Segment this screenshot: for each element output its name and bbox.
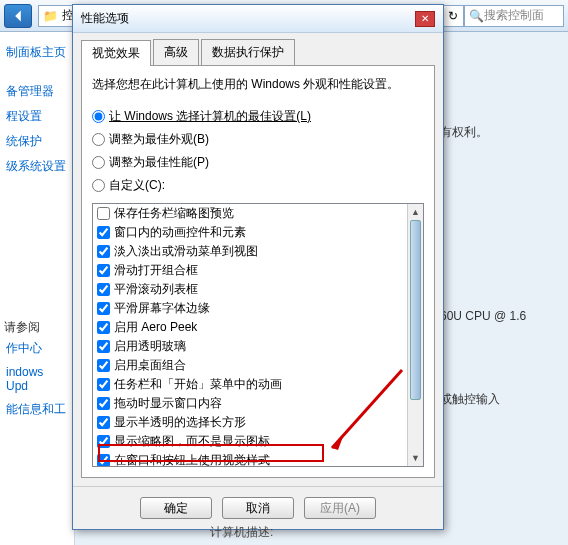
checkbox[interactable]: [97, 264, 110, 277]
checkbox[interactable]: [97, 435, 110, 448]
refresh-button[interactable]: ↻: [442, 5, 464, 27]
checklist-item[interactable]: 任务栏和「开始」菜单中的动画: [93, 375, 423, 394]
sidebar-related[interactable]: 能信息和工: [4, 397, 70, 422]
ok-button[interactable]: 确定: [140, 497, 212, 519]
tab-strip: 视觉效果 高级 数据执行保护: [73, 33, 443, 65]
checkbox[interactable]: [97, 359, 110, 372]
dialog-titlebar[interactable]: 性能选项 ✕: [73, 5, 443, 33]
checklist-item[interactable]: 淡入淡出或滑动菜单到视图: [93, 242, 423, 261]
checklist-label: 启用透明玻璃: [114, 338, 186, 355]
sidebar-item[interactable]: 程设置: [4, 104, 70, 129]
folder-icon: 📁: [43, 9, 58, 23]
checklist-label: 淡入淡出或滑动菜单到视图: [114, 243, 258, 260]
checklist-label: 保存任务栏缩略图预览: [114, 205, 234, 222]
cpu-text: 60U CPU @ 1.6: [440, 309, 526, 323]
checkbox[interactable]: [97, 226, 110, 239]
checklist-label: 显示半透明的选择长方形: [114, 414, 246, 431]
checklist-item[interactable]: 窗口内的动画控件和元素: [93, 223, 423, 242]
related-title: 请参阅: [4, 320, 40, 334]
checkbox[interactable]: [97, 378, 110, 391]
checklist-item[interactable]: 在窗口和按钮上使用视觉样式: [93, 451, 423, 467]
checklist-label: 在窗口和按钮上使用视觉样式: [114, 452, 270, 467]
tab-advanced[interactable]: 高级: [153, 39, 199, 65]
checklist-item[interactable]: 拖动时显示窗口内容: [93, 394, 423, 413]
sidebar-home[interactable]: 制面板主页: [4, 40, 70, 65]
close-button[interactable]: ✕: [415, 11, 435, 27]
radio-let-windows[interactable]: 让 Windows 选择计算机的最佳设置(L): [92, 105, 424, 128]
checklist-label: 启用桌面组合: [114, 357, 186, 374]
radio-best-performance[interactable]: 调整为最佳性能(P): [92, 151, 424, 174]
checkbox[interactable]: [97, 454, 110, 467]
scroll-thumb[interactable]: [410, 220, 421, 400]
sidebar-related[interactable]: 作中心: [4, 336, 70, 361]
description-text: 选择您想在此计算机上使用的 Windows 外观和性能设置。: [92, 76, 424, 93]
checklist-item[interactable]: 启用 Aero Peek: [93, 318, 423, 337]
sidebar-item[interactable]: 备管理器: [4, 79, 70, 104]
sidebar: 制面板主页 备管理器 程设置 统保护 级系统设置 请参阅 作中心 indows …: [0, 32, 75, 545]
checklist-label: 拖动时显示窗口内容: [114, 395, 222, 412]
checkbox[interactable]: [97, 283, 110, 296]
checklist-label: 启用 Aero Peek: [114, 319, 197, 336]
checkbox[interactable]: [97, 321, 110, 334]
radio-group: 让 Windows 选择计算机的最佳设置(L) 调整为最佳外观(B) 调整为最佳…: [92, 105, 424, 197]
system-description-label: 计算机描述:: [210, 524, 273, 541]
rights-text: 有权利。: [440, 124, 526, 141]
apply-button[interactable]: 应用(A): [304, 497, 376, 519]
dialog-buttons: 确定 取消 应用(A): [73, 486, 443, 529]
radio-custom[interactable]: 自定义(C):: [92, 174, 424, 197]
checklist-item[interactable]: 平滑滚动列表框: [93, 280, 423, 299]
sidebar-item[interactable]: 统保护: [4, 129, 70, 154]
performance-options-dialog: 性能选项 ✕ 视觉效果 高级 数据执行保护 选择您想在此计算机上使用的 Wind…: [72, 4, 444, 530]
dialog-title: 性能选项: [81, 10, 129, 27]
scroll-down-icon[interactable]: ▼: [408, 450, 423, 466]
checklist-item[interactable]: 平滑屏幕字体边缘: [93, 299, 423, 318]
checklist-label: 任务栏和「开始」菜单中的动画: [114, 376, 282, 393]
checkbox[interactable]: [97, 416, 110, 429]
radio-best-appearance[interactable]: 调整为最佳外观(B): [92, 128, 424, 151]
sidebar-item[interactable]: 级系统设置: [4, 154, 70, 179]
touch-text: 或触控输入: [440, 391, 526, 408]
tab-visual-effects[interactable]: 视觉效果: [81, 40, 151, 66]
checklist-item[interactable]: 显示缩略图，而不是显示图标: [93, 432, 423, 451]
checklist-item[interactable]: 启用桌面组合: [93, 356, 423, 375]
checklist-label: 滑动打开组合框: [114, 262, 198, 279]
checklist-item[interactable]: 启用透明玻璃: [93, 337, 423, 356]
checklist-item[interactable]: 滑动打开组合框: [93, 261, 423, 280]
sidebar-related[interactable]: indows Upd: [4, 361, 70, 397]
cancel-button[interactable]: 取消: [222, 497, 294, 519]
checklist-item[interactable]: 显示半透明的选择长方形: [93, 413, 423, 432]
checkbox[interactable]: [97, 302, 110, 315]
checklist-item[interactable]: 保存任务栏缩略图预览: [93, 204, 423, 223]
checkbox[interactable]: [97, 340, 110, 353]
effects-checklist[interactable]: 保存任务栏缩略图预览窗口内的动画控件和元素淡入淡出或滑动菜单到视图滑动打开组合框…: [92, 203, 424, 467]
checkbox[interactable]: [97, 207, 110, 220]
search-input[interactable]: 🔍 搜索控制面: [464, 5, 564, 27]
scroll-up-icon[interactable]: ▲: [408, 204, 423, 220]
back-button[interactable]: [4, 4, 32, 28]
checkbox[interactable]: [97, 397, 110, 410]
checkbox[interactable]: [97, 245, 110, 258]
checklist-label: 窗口内的动画控件和元素: [114, 224, 246, 241]
checklist-label: 平滑滚动列表框: [114, 281, 198, 298]
tab-content: 选择您想在此计算机上使用的 Windows 外观和性能设置。 让 Windows…: [81, 65, 435, 478]
scrollbar[interactable]: ▲ ▼: [407, 204, 423, 466]
checklist-label: 平滑屏幕字体边缘: [114, 300, 210, 317]
tab-dep[interactable]: 数据执行保护: [201, 39, 295, 65]
background-content: 有权利。 60U CPU @ 1.6 或触控输入: [440, 100, 526, 432]
checklist-label: 显示缩略图，而不是显示图标: [114, 433, 270, 450]
